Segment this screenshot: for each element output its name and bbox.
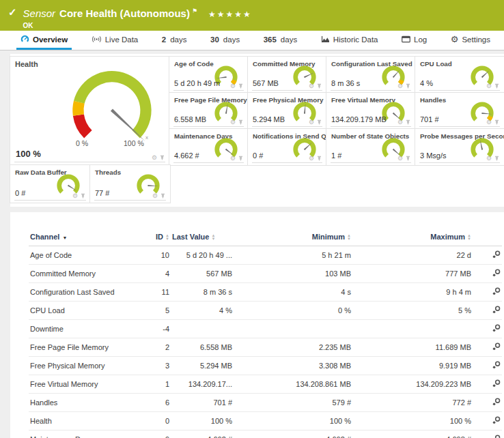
gear-icon[interactable]: ⚙ <box>397 83 403 89</box>
gauge-tile-free-page-file-memory[interactable]: Free Page File Memory6.558 MB⚙ <box>169 93 248 129</box>
tab-historic-data[interactable]: Historic Data <box>317 31 382 50</box>
channel-settings-icon[interactable] <box>492 398 501 406</box>
pin-icon[interactable] <box>80 193 86 199</box>
cell-maximum: 772 # <box>352 394 473 412</box>
gauge-tile-probe-messages-per-second[interactable]: Probe Messages per Second3 Msg/s⚙ <box>415 129 504 165</box>
table-row: Maintenance Days94.662 #4.662 #4.698 # <box>29 430 502 438</box>
gear-icon[interactable]: ⚙ <box>486 83 492 89</box>
cell-maximum: 9.919 MB <box>352 357 473 375</box>
cell-actions <box>473 375 502 394</box>
live-icon <box>92 35 102 43</box>
channel-settings-icon[interactable] <box>492 379 501 388</box>
tab-30-days[interactable]: 30days <box>206 31 244 50</box>
pin-icon[interactable] <box>316 83 322 89</box>
gear-icon[interactable]: ⚙ <box>72 193 78 199</box>
gauge-tile-threads[interactable]: Threads77 #⚙ <box>90 165 170 203</box>
channel-settings-icon[interactable] <box>492 342 501 351</box>
cell-channel: Configuration Last Saved <box>29 283 134 302</box>
column-header-minimum[interactable]: Minimum▲▼ <box>234 229 352 246</box>
tab-label: Live Data <box>105 35 139 44</box>
gear-icon[interactable]: ⚙ <box>152 193 158 199</box>
gear-icon[interactable]: ⚙ <box>309 83 314 89</box>
gauge-bottom-row: Raw Data Buffer0 #⚙Threads77 #⚙ <box>10 165 170 203</box>
gear-icon[interactable]: ⚙ <box>486 119 492 126</box>
cell-maximum: 22 d <box>352 246 473 265</box>
gear-icon[interactable]: ⚙ <box>397 156 403 162</box>
channel-settings-icon[interactable] <box>492 416 501 424</box>
gauge-tile-free-virtual-memory[interactable]: Free Virtual Memory134.209.179 MB⚙ <box>326 93 415 129</box>
gauge-tile-configuration-last-saved[interactable]: Configuration Last Saved8 m 36 s⚙ <box>326 57 415 93</box>
channel-settings-icon[interactable] <box>492 287 501 295</box>
gear-icon[interactable]: ⚙ <box>230 83 236 89</box>
cell-actions <box>473 338 502 357</box>
tile-actions: ⚙ <box>309 83 322 89</box>
table-body: Age of Code105 d 20 h 49 ...5 h 21 m22 d… <box>29 246 502 438</box>
gauge-tile-committed-memory[interactable]: Committed Memory567 MB⚙ <box>248 57 326 93</box>
gear-icon[interactable]: ⚙ <box>230 156 236 162</box>
gauge-tile-free-physical-memory[interactable]: Free Physical Memory5.294 MB⚙ <box>248 93 326 129</box>
tab-log[interactable]: Log <box>397 31 431 50</box>
tab-label: days <box>281 35 297 44</box>
channel-settings-icon[interactable] <box>492 250 501 259</box>
table-row: Free Virtual Memory1134.209.17...134.208… <box>29 375 502 394</box>
prtg-sensor-page: ✓ SensorCore Health (Autonomous)⚑★★★★★ O… <box>0 0 504 438</box>
column-header-last-value[interactable]: Last Value▲▼ <box>171 229 234 246</box>
channel-settings-icon[interactable] <box>492 324 501 332</box>
tab-settings[interactable]: ⚙Settings <box>447 31 494 50</box>
tile-underline <box>419 126 500 127</box>
channel-settings-icon[interactable] <box>492 361 501 369</box>
pin-icon[interactable] <box>316 119 322 126</box>
gauge-tile-cpu-load[interactable]: CPU Load4 %⚙ <box>415 57 504 93</box>
tab-live-data[interactable]: Live Data <box>87 31 143 50</box>
cell-channel: Committed Memory <box>29 265 134 283</box>
cell-maximum: 777 MB <box>352 265 473 283</box>
tile-actions: ⚙ <box>309 119 322 126</box>
pin-icon[interactable] <box>238 156 244 162</box>
gauge-tile-age-of-code[interactable]: Age of Code5 d 20 h 49 m⚙ <box>169 57 248 93</box>
gauge-tile-number-of-state-objects[interactable]: Number of State Objects1 #⚙ <box>326 129 415 165</box>
gauge-value: 4.662 # <box>174 151 199 160</box>
gauge-tile-handles[interactable]: Handles701 #⚙ <box>415 93 504 129</box>
gear-icon[interactable]: ⚙ <box>230 119 236 126</box>
pin-icon[interactable] <box>159 155 165 161</box>
pin-icon[interactable] <box>494 119 500 126</box>
cell-id: 9 <box>134 430 171 438</box>
cell-channel: Handles <box>29 394 134 412</box>
column-header-id[interactable]: ID▲▼ <box>134 229 171 246</box>
pin-icon[interactable] <box>238 83 244 89</box>
tab-overview[interactable]: Overview <box>16 31 72 50</box>
cell-channel: Free Page File Memory <box>29 338 134 357</box>
pin-icon[interactable] <box>238 119 244 126</box>
channel-settings-icon[interactable] <box>492 306 501 314</box>
flag-icon[interactable]: ⚑ <box>192 8 197 14</box>
gauge-tile-notifications-in-send-queue[interactable]: Notifications in Send Queue0 #⚙ <box>248 129 326 165</box>
cell-actions <box>473 394 502 412</box>
channel-settings-icon[interactable] <box>492 269 501 277</box>
pin-icon[interactable] <box>405 119 411 126</box>
column-header-maximum[interactable]: Maximum▲▼ <box>352 229 473 246</box>
pin-icon[interactable] <box>494 156 500 162</box>
cell-minimum: 2.235 MB <box>234 338 352 357</box>
gear-icon[interactable]: ⚙ <box>397 119 403 126</box>
tab-365-days[interactable]: 365days <box>260 31 301 50</box>
channel-settings-icon[interactable] <box>492 435 501 438</box>
gauge-tile-health[interactable]: Health x 0 % 100 % 100 % ⚙ <box>10 57 169 164</box>
cell-maximum: 100 % <box>352 412 473 430</box>
priority-stars[interactable]: ★★★★★ <box>208 10 252 19</box>
gear-icon[interactable]: ⚙ <box>486 156 492 162</box>
pin-icon[interactable] <box>160 193 166 199</box>
pin-icon[interactable] <box>316 156 322 162</box>
gear-icon[interactable]: ⚙ <box>309 156 314 162</box>
gear-icon[interactable]: ⚙ <box>309 119 314 126</box>
pin-icon[interactable] <box>405 156 411 162</box>
column-header-channel[interactable]: Channel▼ <box>29 229 134 246</box>
tab-2-days[interactable]: 2days <box>158 31 191 50</box>
gauge-tile-maintenance-days[interactable]: Maintenance Days4.662 #⚙ <box>169 129 248 165</box>
pin-icon[interactable] <box>405 83 411 89</box>
gear-icon[interactable]: ⚙ <box>152 155 157 161</box>
cell-id: 2 <box>134 338 171 357</box>
sort-icon: ▲▼ <box>211 234 215 241</box>
gauge-tile-raw-data-buffer[interactable]: Raw Data Buffer0 #⚙ <box>10 165 90 203</box>
pin-icon[interactable] <box>494 83 500 89</box>
table-row: Free Physical Memory35.294 MB3.308 MB9.9… <box>29 357 502 375</box>
